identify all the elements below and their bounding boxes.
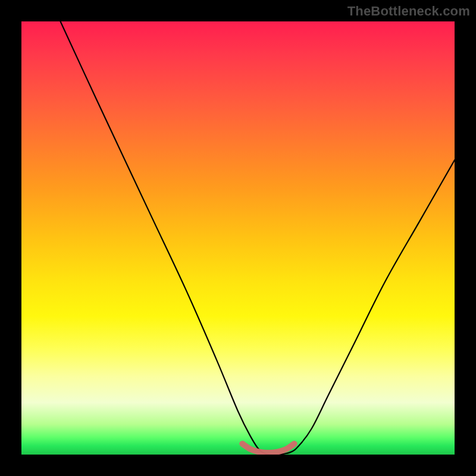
bottleneck-curve <box>61 21 455 455</box>
watermark-text: TheBottleneck.com <box>347 4 470 19</box>
plot-area <box>21 21 455 455</box>
curve-line <box>61 21 455 455</box>
chart-svg <box>21 21 455 455</box>
chart-frame: TheBottleneck.com <box>0 0 476 476</box>
flat-marker-line <box>242 444 294 453</box>
optimal-range-marker <box>242 444 294 453</box>
